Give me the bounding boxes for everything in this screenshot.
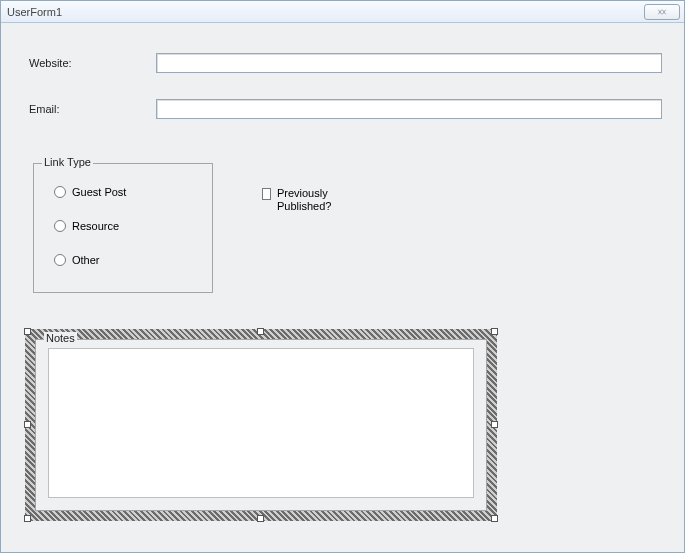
radio-other[interactable]: Other <box>54 254 100 266</box>
link-type-legend: Link Type <box>42 156 93 168</box>
window-title: UserForm1 <box>7 6 62 18</box>
resize-handle-se[interactable] <box>491 515 498 522</box>
checkbox-previously-published[interactable]: Previously Published? <box>262 187 352 213</box>
website-input[interactable] <box>156 53 662 73</box>
notes-frame-selection[interactable]: Notes <box>25 329 497 521</box>
form-body[interactable]: Website: Email: Link Type Guest Post Res… <box>1 23 684 552</box>
resize-handle-n[interactable] <box>257 328 264 335</box>
resize-handle-s[interactable] <box>257 515 264 522</box>
website-label: Website: <box>29 57 72 69</box>
close-icon <box>656 7 668 17</box>
checkbox-previously-published-label: Previously Published? <box>277 187 352 213</box>
link-type-group: Link Type Guest Post Resource Other <box>33 163 213 293</box>
radio-resource-label: Resource <box>72 220 119 232</box>
email-input[interactable] <box>156 99 662 119</box>
resize-handle-nw[interactable] <box>24 328 31 335</box>
email-label: Email: <box>29 103 60 115</box>
resize-handle-ne[interactable] <box>491 328 498 335</box>
resize-handle-w[interactable] <box>24 421 31 428</box>
checkbox-icon <box>262 188 271 200</box>
radio-guest-post-label: Guest Post <box>72 186 126 198</box>
notes-group: Notes <box>35 339 487 511</box>
radio-icon <box>54 220 66 232</box>
radio-resource[interactable]: Resource <box>54 220 119 232</box>
userform-window: UserForm1 Website: Email: Link Type Gues… <box>0 0 685 553</box>
resize-handle-e[interactable] <box>491 421 498 428</box>
titlebar[interactable]: UserForm1 <box>1 1 684 23</box>
radio-other-label: Other <box>72 254 100 266</box>
radio-guest-post[interactable]: Guest Post <box>54 186 126 198</box>
notes-legend: Notes <box>44 332 77 344</box>
radio-icon <box>54 254 66 266</box>
radio-icon <box>54 186 66 198</box>
resize-handle-sw[interactable] <box>24 515 31 522</box>
close-button[interactable] <box>644 4 680 20</box>
notes-textarea[interactable] <box>48 348 474 498</box>
